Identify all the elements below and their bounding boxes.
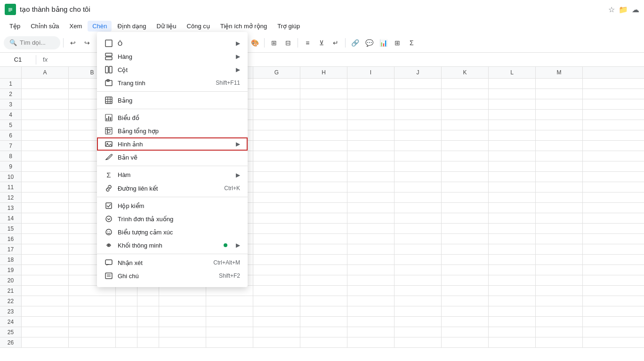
insert-note-label: Ghi chú [118, 273, 214, 280]
insert-row-label: Hàng [118, 53, 227, 60]
insert-image-arrow: ▶ [236, 141, 240, 147]
insert-image-label: Hình ảnh [118, 141, 227, 148]
insert-emoji-label: Biểu tượng cảm xúc [118, 229, 240, 236]
dropdown-icon [105, 215, 113, 223]
insert-col-arrow: ▶ [236, 66, 240, 73]
insert-function-item[interactable]: Σ Hàm ▶ [97, 168, 248, 182]
svg-point-29 [106, 216, 112, 222]
svg-rect-5 [105, 40, 112, 47]
insert-smart-chip-label: Khối thông minh [118, 242, 219, 249]
menu-section-4: Σ Hàm ▶ Đường liên kết Ctrl+K [97, 166, 248, 197]
svg-rect-6 [105, 53, 112, 56]
insert-comment-shortcut: Ctrl+Alt+M [213, 259, 240, 266]
insert-sheet-item[interactable]: Trang tính Shift+F11 [97, 76, 248, 89]
table-icon [105, 96, 113, 104]
insert-cell-arrow: ▶ [236, 40, 240, 47]
smart-chip-dot [224, 243, 227, 247]
pivot-icon [105, 127, 113, 135]
insert-dropdown-label: Trình đơn thả xuống [118, 216, 240, 223]
note-icon [105, 272, 113, 280]
insert-link-shortcut: Ctrl+K [224, 185, 240, 192]
emoji-icon [105, 228, 113, 236]
svg-rect-7 [105, 57, 112, 60]
svg-rect-28 [106, 203, 112, 209]
insert-cell-label: Ô [118, 40, 227, 47]
insert-function-label: Hàm [118, 171, 227, 178]
svg-rect-21 [105, 128, 112, 134]
link-icon [105, 185, 113, 192]
insert-table-item[interactable]: Bảng [97, 94, 248, 107]
insert-chart-item[interactable]: Biểu đồ [97, 111, 248, 124]
insert-cell-item[interactable]: Ô ▶ [97, 37, 248, 50]
insert-dropdown-menu: Ô ▶ Hàng ▶ Cột ▶ Trang tính Shift+F11 [97, 32, 248, 287]
insert-smart-chip-arrow: ▶ [236, 242, 240, 249]
insert-checkbox-item[interactable]: Hộp kiểm [97, 199, 248, 212]
row-icon [105, 53, 113, 60]
insert-drawing-label: Bản vẽ [118, 154, 240, 161]
sheet-icon [105, 79, 113, 87]
svg-point-30 [106, 229, 112, 235]
insert-comment-item[interactable]: Nhận xét Ctrl+Alt+M [97, 256, 248, 269]
insert-sheet-shortcut: Shift+F11 [216, 80, 240, 86]
menu-section-6: Nhận xét Ctrl+Alt+M Ghi chú Shift+F2 [97, 254, 248, 284]
insert-chart-label: Biểu đồ [118, 114, 240, 121]
svg-rect-25 [105, 142, 112, 146]
svg-point-31 [107, 231, 108, 232]
insert-function-arrow: ▶ [236, 172, 240, 178]
menu-section-3: Biểu đồ Bảng tổng hợp Hình ảnh ▶ Bản vẽ [97, 109, 248, 166]
insert-row-arrow: ▶ [236, 53, 240, 60]
svg-point-32 [109, 231, 110, 232]
function-icon: Σ [105, 171, 113, 179]
image-icon [105, 140, 113, 148]
svg-point-33 [108, 244, 110, 246]
comment-icon [105, 259, 113, 266]
svg-rect-9 [109, 66, 112, 73]
insert-image-item[interactable]: Hình ảnh ▶ [97, 137, 248, 151]
menu-section-2: Bảng [97, 91, 248, 109]
drawing-icon [105, 153, 113, 161]
insert-col-label: Cột [118, 66, 227, 73]
insert-comment-label: Nhận xét [118, 259, 209, 266]
svg-rect-35 [105, 273, 112, 279]
insert-col-item[interactable]: Cột ▶ [97, 63, 248, 76]
insert-note-shortcut: Shift+F2 [219, 273, 240, 279]
svg-rect-12 [105, 97, 112, 104]
svg-rect-20 [110, 117, 111, 120]
insert-drawing-item[interactable]: Bản vẽ [97, 151, 248, 164]
insert-checkbox-label: Hộp kiểm [118, 202, 240, 209]
svg-rect-34 [105, 260, 112, 265]
col-icon [105, 66, 113, 73]
insert-pivot-label: Bảng tổng hợp [118, 128, 240, 135]
menu-section-1: Ô ▶ Hàng ▶ Cột ▶ Trang tính Shift+F11 [97, 35, 248, 91]
cell-icon [105, 40, 113, 47]
insert-pivot-item[interactable]: Bảng tổng hợp [97, 124, 248, 137]
insert-table-label: Bảng [118, 97, 240, 104]
insert-link-label: Đường liên kết [118, 185, 219, 192]
menu-section-5: Hộp kiểm Trình đơn thả xuống Biểu tượng … [97, 197, 248, 254]
insert-dropdown-item[interactable]: Trình đơn thả xuống [97, 212, 248, 225]
insert-note-item[interactable]: Ghi chú Shift+F2 [97, 269, 248, 282]
svg-point-24 [107, 130, 110, 133]
chart-icon [105, 114, 113, 121]
insert-sheet-label: Trang tính [118, 80, 211, 87]
insert-row-item[interactable]: Hàng ▶ [97, 50, 248, 63]
insert-emoji-item[interactable]: Biểu tượng cảm xúc [97, 225, 248, 239]
insert-link-item[interactable]: Đường liên kết Ctrl+K [97, 182, 248, 195]
smart-chip-icon [105, 241, 113, 249]
svg-rect-19 [108, 116, 109, 120]
checkbox-icon [105, 202, 113, 209]
insert-smart-chip-item[interactable]: Khối thông minh ▶ [97, 239, 248, 252]
svg-rect-8 [105, 66, 108, 73]
svg-rect-18 [106, 118, 107, 120]
